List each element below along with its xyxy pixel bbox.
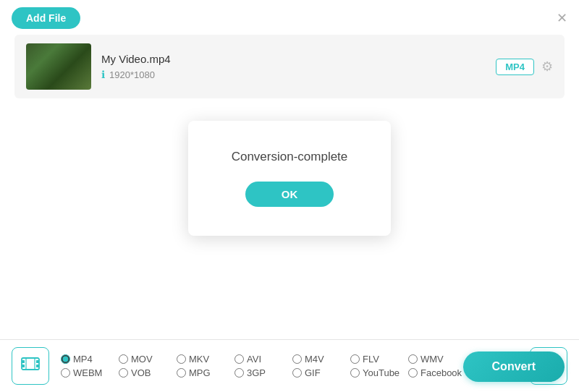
file-list: My Video.mp4 ℹ 1920*1080 MP4 ⚙ (14, 35, 565, 98)
format-flv[interactable]: FLV (350, 354, 408, 365)
main-area: Conversion-complete OK (0, 98, 579, 257)
add-file-button[interactable]: Add File (12, 7, 80, 29)
format-wmv[interactable]: WMV (408, 354, 466, 365)
modal-box: Conversion-complete OK (188, 121, 392, 236)
format-avi[interactable]: AVI (234, 354, 292, 365)
format-youtube[interactable]: YouTube (350, 367, 408, 378)
thumbnail-image (26, 43, 91, 90)
svg-rect-3 (36, 360, 39, 363)
file-meta: ℹ 1920*1080 (101, 69, 496, 80)
title-bar: Add File ✕ (0, 0, 579, 35)
file-actions: MP4 ⚙ (496, 59, 553, 75)
format-vob[interactable]: VOB (119, 367, 177, 378)
format-3gp[interactable]: 3GP (234, 367, 292, 378)
file-name: My Video.mp4 (101, 53, 496, 65)
format-badge[interactable]: MP4 (496, 59, 534, 75)
svg-rect-1 (22, 360, 25, 363)
formats-grid: MP4 MOV MKV AVI M4V FLV WMV W (61, 354, 518, 378)
format-gif[interactable]: GIF (292, 367, 350, 378)
svg-rect-2 (22, 365, 25, 367)
file-info: My Video.mp4 ℹ 1920*1080 (101, 53, 496, 80)
film-icon (20, 354, 41, 378)
format-webm[interactable]: WEBM (61, 367, 119, 378)
ok-button[interactable]: OK (245, 182, 334, 207)
svg-rect-0 (22, 358, 39, 370)
settings-icon[interactable]: ⚙ (541, 59, 553, 74)
format-row-2: WEBM VOB MPG 3GP GIF YouTube Facebook (61, 367, 518, 378)
info-icon: ℹ (101, 69, 105, 80)
video-format-icon-box[interactable] (12, 347, 49, 385)
format-mp4[interactable]: MP4 (61, 354, 119, 365)
svg-rect-4 (36, 365, 39, 367)
close-button[interactable]: ✕ (557, 12, 567, 25)
convert-button[interactable]: Convert (463, 351, 565, 382)
file-resolution: 1920*1080 (109, 69, 155, 80)
format-m4v[interactable]: M4V (292, 354, 350, 365)
format-mov[interactable]: MOV (119, 354, 177, 365)
format-mpg[interactable]: MPG (177, 367, 234, 378)
format-mkv[interactable]: MKV (177, 354, 234, 365)
format-row-1: MP4 MOV MKV AVI M4V FLV WMV (61, 354, 518, 365)
format-facebook[interactable]: Facebook (408, 367, 466, 378)
file-thumbnail (26, 43, 91, 90)
modal-overlay: Conversion-complete OK (0, 98, 579, 257)
modal-title: Conversion-complete (232, 150, 348, 164)
convert-button-area: Convert (463, 351, 565, 382)
